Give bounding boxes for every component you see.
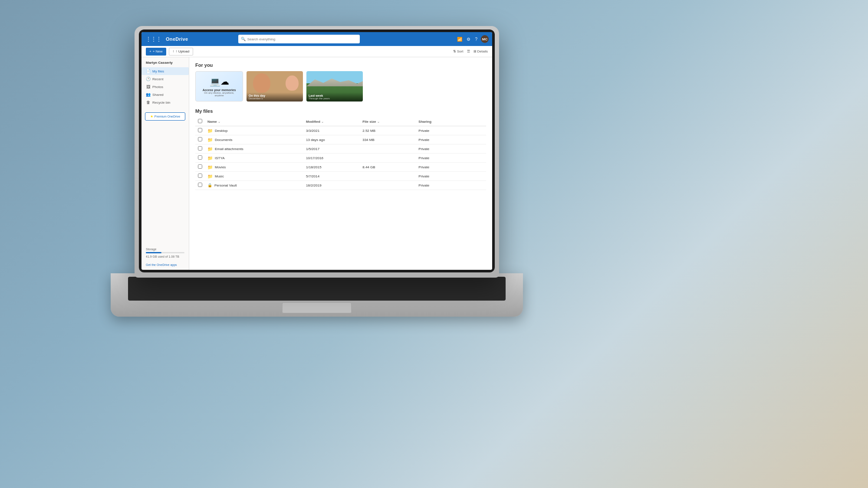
- get-apps-link[interactable]: Get the OneDrive apps: [141, 263, 189, 266]
- file-name: ISTYA: [215, 156, 225, 160]
- on-this-day-overlay: On this day December 5: [247, 92, 303, 102]
- on-this-day-subtitle: December 5: [249, 97, 301, 100]
- table-row[interactable]: 📁 Music 5/7/2014 Private: [195, 172, 486, 181]
- file-name-cell: 📁 Documents: [205, 135, 303, 144]
- help-icon[interactable]: ?: [474, 36, 478, 43]
- trackpad: [282, 302, 352, 313]
- user-name: Martyn Casserly: [141, 61, 189, 67]
- file-modified: 1/5/2017: [303, 144, 360, 154]
- laptop-base: [111, 273, 523, 317]
- file-sharing: Private: [416, 181, 486, 190]
- size-column-header[interactable]: File size ⌄: [360, 117, 416, 126]
- app-logo: OneDrive: [166, 36, 188, 42]
- sidebar-item-shared[interactable]: 👥 Shared: [141, 91, 189, 98]
- file-size: [360, 181, 416, 190]
- access-memories-title: Access your memories: [203, 88, 236, 92]
- sidebar-item-recent[interactable]: 🕐 Recent: [141, 75, 189, 83]
- search-input[interactable]: [247, 37, 357, 41]
- file-modified: 3/3/2021: [303, 126, 360, 135]
- toolbar: + + New ↑ ↑ Upload ⇅ Sort ☰: [141, 46, 492, 57]
- for-you-cards: 💻☁ Access your memories On any device, a…: [195, 71, 486, 102]
- recycle-bin-icon: 🗑: [146, 100, 150, 105]
- row-checkbox-cell: [195, 163, 205, 172]
- recent-icon: 🕐: [146, 77, 150, 81]
- row-checkbox[interactable]: [198, 155, 202, 160]
- table-row[interactable]: 📁 Email attachments 1/5/2017 Private: [195, 144, 486, 154]
- search-box[interactable]: 🔍: [238, 35, 360, 43]
- sidebar-item-recycle-bin[interactable]: 🗑 Recycle bin: [141, 98, 189, 106]
- name-column-header[interactable]: Name ⌄: [205, 117, 303, 126]
- table-row[interactable]: 📁 Documents 13 days ago 334 MB Private: [195, 135, 486, 144]
- file-name: Personal Vault: [214, 183, 237, 187]
- upload-icon: ↑: [173, 49, 174, 53]
- last-week-subtitle: Through the years: [309, 97, 361, 100]
- file-modified: 18/2/2019: [303, 181, 360, 190]
- access-memories-card[interactable]: 💻☁ Access your memories On any device, a…: [195, 71, 243, 102]
- storage-used: 41.9 GB used of 1.08 TB: [146, 255, 184, 258]
- star-icon: ★: [150, 115, 153, 118]
- on-this-day-card[interactable]: On this day December 5: [247, 71, 303, 102]
- wifi-icon[interactable]: 📶: [456, 36, 463, 43]
- size-sort-icon: ⌄: [377, 120, 380, 123]
- folder-icon: 📁: [207, 165, 213, 170]
- table-header: Name ⌄ Modified ⌄ File size: [195, 117, 486, 126]
- toolbar-right: ⇅ Sort ☰ ⊞ Details: [453, 49, 488, 53]
- file-size: [360, 144, 416, 154]
- sidebar-item-my-files[interactable]: 📄 My files: [141, 67, 189, 75]
- shared-icon: 👥: [146, 92, 150, 97]
- row-checkbox-cell: [195, 172, 205, 181]
- sidebar-item-photos[interactable]: 🖼 Photos: [141, 83, 189, 91]
- row-checkbox[interactable]: [198, 183, 202, 187]
- main-area: Martyn Casserly 📄 My files 🕐 Recent 🖼 Ph…: [141, 57, 492, 270]
- checkbox-header: [195, 117, 205, 126]
- settings-icon[interactable]: ⚙: [466, 36, 471, 43]
- select-all-checkbox[interactable]: [198, 119, 202, 123]
- access-memories-subtitle: On any device, anywhere, anytime: [199, 92, 239, 97]
- file-name: Documents: [215, 138, 232, 142]
- row-checkbox[interactable]: [198, 128, 202, 132]
- folder-icon: 📁: [207, 174, 213, 179]
- vault-icon: 🔒: [207, 183, 212, 187]
- sharing-column-header[interactable]: Sharing: [416, 117, 486, 126]
- photos-icon: 🖼: [146, 85, 150, 89]
- table-row[interactable]: 📁 Desktop 3/3/2021 2.52 MB Private: [195, 126, 486, 135]
- row-checkbox-cell: [195, 126, 205, 135]
- storage-label: Storage: [146, 248, 184, 251]
- laptop-body: ⋮⋮⋮ OneDrive 🔍 📶 ⚙ ? MC: [135, 26, 499, 278]
- row-checkbox-cell: [195, 154, 205, 163]
- last-week-title: Last week: [309, 94, 361, 97]
- file-modified: 13 days ago: [303, 135, 360, 144]
- file-sharing: Private: [416, 126, 486, 135]
- details-button[interactable]: ⊞ Details: [473, 49, 488, 53]
- last-week-card[interactable]: Last week Through the years: [306, 71, 363, 102]
- waffle-menu-icon[interactable]: ⋮⋮⋮: [145, 35, 162, 43]
- last-week-overlay: Last week Through the years: [306, 92, 363, 102]
- row-checkbox[interactable]: [198, 174, 202, 178]
- file-size: [360, 172, 416, 181]
- table-row[interactable]: 📁 ISTYA 10/17/2016 Private: [195, 154, 486, 163]
- modified-column-header[interactable]: Modified ⌄: [303, 117, 360, 126]
- premium-button[interactable]: ★ Premium OneDrive: [145, 112, 185, 121]
- upload-button[interactable]: ↑ ↑ Upload: [169, 48, 194, 56]
- row-checkbox[interactable]: [198, 137, 202, 141]
- file-name: Movies: [215, 165, 226, 169]
- list-view-icon: ☰: [467, 49, 470, 53]
- for-you-title: For you: [195, 62, 486, 68]
- row-checkbox[interactable]: [198, 164, 202, 169]
- table-row[interactable]: 📁 Movies 1/18/2015 8.44 GB Private: [195, 163, 486, 172]
- details-icon: ⊞: [473, 49, 477, 53]
- my-files-icon: 📄: [146, 69, 150, 73]
- table-row[interactable]: 🔒 Personal Vault 18/2/2019 Private: [195, 181, 486, 190]
- file-sharing: Private: [416, 163, 486, 172]
- storage-bar: [146, 252, 184, 253]
- file-size: 2.52 MB: [360, 126, 416, 135]
- sort-button[interactable]: ⇅ Sort: [453, 49, 464, 53]
- view-button[interactable]: ☰: [467, 49, 470, 53]
- sort-icon: ⇅: [453, 49, 456, 53]
- file-sharing: Private: [416, 144, 486, 154]
- storage-info: Storage 41.9 GB used of 1.08 TB: [141, 245, 189, 262]
- files-section: My files Name ⌄: [195, 108, 486, 190]
- new-button[interactable]: + + New: [146, 48, 166, 56]
- avatar[interactable]: MC: [481, 35, 489, 43]
- row-checkbox[interactable]: [198, 146, 202, 151]
